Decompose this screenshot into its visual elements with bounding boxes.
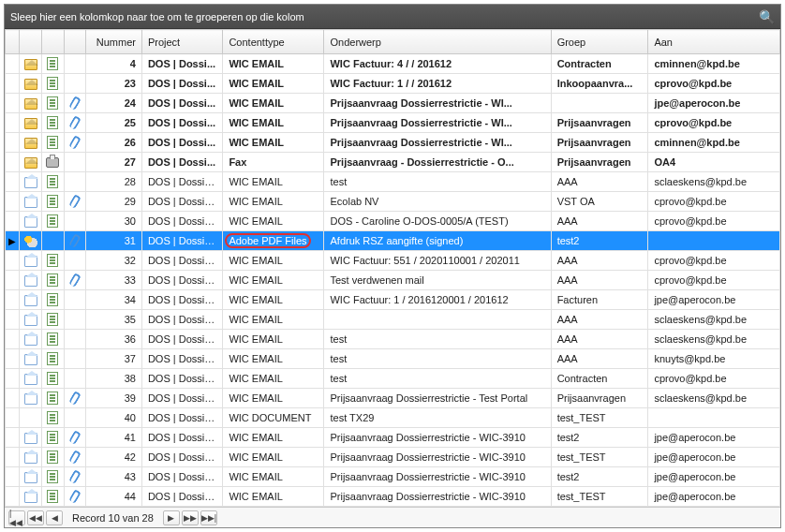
env-closed-icon (24, 79, 37, 90)
table-row[interactable]: 44DOS | Dossierr...WIC EMAILPrijsaanvraa… (6, 487, 780, 507)
nav-nextpage-button[interactable]: ▶▶ (182, 510, 199, 525)
row-marker (6, 389, 20, 408)
cell-onderwerp: Prijsaanvraag Dossierrestrictie - WI... (324, 113, 551, 133)
cell-groep: AAA (551, 271, 648, 290)
cell-doc-icon (41, 349, 64, 369)
header-onderwerp[interactable]: Onderwerp (324, 30, 551, 54)
cell-project: DOS | Dossi... (141, 94, 222, 113)
table-row[interactable]: 35DOS | Dossierr...WIC EMAILAAAsclaesken… (6, 310, 780, 330)
row-marker (6, 94, 20, 113)
cell-attach-icon (64, 192, 86, 212)
search-icon[interactable]: 🔍 (759, 9, 775, 24)
table-row[interactable]: 4DOS | Dossi...WIC EMAILWIC Factuur: 4 /… (6, 54, 780, 74)
header-project[interactable]: Project (141, 30, 222, 54)
cell-status-icon (20, 94, 42, 113)
table-row[interactable]: 43DOS | Dossierr...WIC EMAILPrijsaanvraa… (6, 467, 780, 487)
paperclip-icon (68, 135, 81, 150)
cell-groep: test2 (551, 467, 648, 487)
table-row[interactable]: 41DOS | Dossierr...WIC EMAILPrijsaanvraa… (6, 428, 780, 448)
table-row[interactable]: 37DOS | Dossierr...WIC EMAILtestAAAknuyt… (6, 349, 780, 369)
nav-last-button[interactable]: ▶▶| (200, 510, 217, 525)
header-icon-1[interactable] (20, 30, 42, 54)
cell-contenttype: WIC EMAIL (223, 271, 324, 290)
table-row[interactable]: 26DOS | Dossi...WIC EMAILPrijsaanvraag D… (6, 133, 780, 153)
row-marker (6, 290, 20, 310)
table-row[interactable]: 30DOS | Dossierr...WIC EMAILDOS - Caroli… (6, 212, 780, 231)
env-open-icon (24, 393, 37, 405)
cell-contenttype: WIC EMAIL (223, 369, 324, 389)
cell-project: DOS | Dossierr... (141, 271, 222, 290)
nav-next-button[interactable]: ▶ (163, 510, 180, 525)
cell-nummer: 23 (86, 74, 141, 94)
cell-onderwerp: Prijsaanvraag - Dossierrestrictie - O... (324, 153, 551, 172)
cell-attach-icon (64, 369, 86, 389)
table-row[interactable]: 42DOS | Dossierr...WIC EMAILPrijsaanvraa… (6, 448, 780, 467)
cell-nummer: 28 (86, 172, 141, 192)
table-row[interactable]: 25DOS | Dossi...WIC EMAILPrijsaanvraag D… (6, 113, 780, 133)
cell-aan (648, 231, 780, 251)
cell-onderwerp: Prijsaanvraag Dossierrestrictie - WIC-39… (324, 448, 551, 467)
cell-nummer: 27 (86, 153, 141, 172)
cell-nummer: 34 (86, 290, 141, 310)
paperclip-icon (68, 96, 81, 111)
doc-icon (47, 293, 58, 306)
cell-status-icon (20, 153, 42, 172)
cell-onderwerp: test TX29 (324, 408, 551, 428)
table-row[interactable]: 36DOS | Dossierr...WIC EMAILtestAAAsclae… (6, 330, 780, 349)
cell-groep: AAA (551, 251, 648, 271)
cell-aan (648, 408, 780, 428)
table-row[interactable]: 24DOS | Dossi...WIC EMAILPrijsaanvraag D… (6, 94, 780, 113)
table-row[interactable]: 33DOS | Dossierr...WIC EMAILTest verdwen… (6, 271, 780, 290)
cell-aan: jpe@aperocon.be (648, 487, 780, 507)
header-icon-3[interactable] (64, 30, 86, 54)
table-row[interactable]: 39DOS | Dossierr...WIC EMAILPrijsaanvraa… (6, 389, 780, 408)
table-row[interactable]: 27DOS | Dossi...FaxPrijsaanvraag - Dossi… (6, 153, 780, 172)
nav-first-button[interactable]: |◀◀ (8, 510, 25, 525)
cell-nummer: 25 (86, 113, 141, 133)
cell-groep: test2 (551, 428, 648, 448)
doc-icon (47, 490, 58, 503)
header-contenttype[interactable]: Contenttype (223, 30, 324, 54)
cell-status-icon (20, 349, 42, 369)
table-row[interactable]: 38DOS | Dossierr...WIC EMAILtestContract… (6, 369, 780, 389)
table-row[interactable]: 34DOS | Dossierr...WIC EMAILWIC Factuur:… (6, 290, 780, 310)
paperclip-icon (68, 391, 81, 406)
cell-status-icon (20, 389, 42, 408)
nav-record-label: Record 10 van 28 (72, 512, 154, 524)
cell-aan: cprovo@kpd.be (648, 74, 780, 94)
cell-status-icon (20, 310, 42, 330)
row-marker (6, 113, 20, 133)
table-row[interactable]: ▶31DOS | Dossierr...Adobe PDF FilesAfdru… (6, 231, 780, 251)
table-row[interactable]: 40DOS | Dossierr...WIC DOCUMENTtest TX29… (6, 408, 780, 428)
header-nummer[interactable]: Nummer (86, 30, 141, 54)
table-row[interactable]: 28DOS | Dossierr...WIC EMAILtestAAAsclae… (6, 172, 780, 192)
cell-aan: sclaeskens@kpd.be (648, 389, 780, 408)
cell-onderwerp: Prijsaanvraag Dossierrestrictie - WI... (324, 133, 551, 153)
table-row[interactable]: 23DOS | Dossi...WIC EMAILWIC Factuur: 1 … (6, 74, 780, 94)
grid-scroll[interactable]: Nummer Project Contenttype Onderwerp Gro… (5, 29, 780, 507)
cell-project: DOS | Dossierr... (141, 251, 222, 271)
cell-onderwerp: test (324, 172, 551, 192)
doc-icon (47, 470, 58, 483)
cell-attach-icon (64, 212, 86, 231)
cell-groep: Prijsaanvragen (551, 389, 648, 408)
doc-icon (47, 96, 58, 110)
header-aan[interactable]: Aan (648, 30, 780, 54)
paperclip-icon (68, 450, 81, 465)
cell-contenttype: WIC EMAIL (223, 212, 324, 231)
env-closed-icon (24, 98, 37, 110)
nav-prev-button[interactable]: ◀ (46, 510, 63, 525)
cell-aan: cprovo@kpd.be (648, 113, 780, 133)
cell-contenttype: WIC EMAIL (223, 113, 324, 133)
cell-aan: sclaeskens@kpd.be (648, 310, 780, 330)
header-icon-2[interactable] (41, 30, 64, 54)
table-row[interactable]: 32DOS | Dossierr...WIC EMAILWIC Factuur:… (6, 251, 780, 271)
table-row[interactable]: 29DOS | Dossierr...WIC EMAILEcolab NVVST… (6, 192, 780, 212)
cell-onderwerp: Prijsaanvraag Dossierrestrictie - Test P… (324, 389, 551, 408)
group-by-bar[interactable]: Sleep hier een kolomkop naar toe om te g… (5, 5, 780, 29)
nav-prevpage-button[interactable]: ◀◀ (27, 510, 44, 525)
header-groep[interactable]: Groep (551, 30, 648, 54)
paperclip-icon (68, 194, 81, 209)
cell-onderwerp (324, 310, 551, 330)
row-marker (6, 212, 20, 231)
